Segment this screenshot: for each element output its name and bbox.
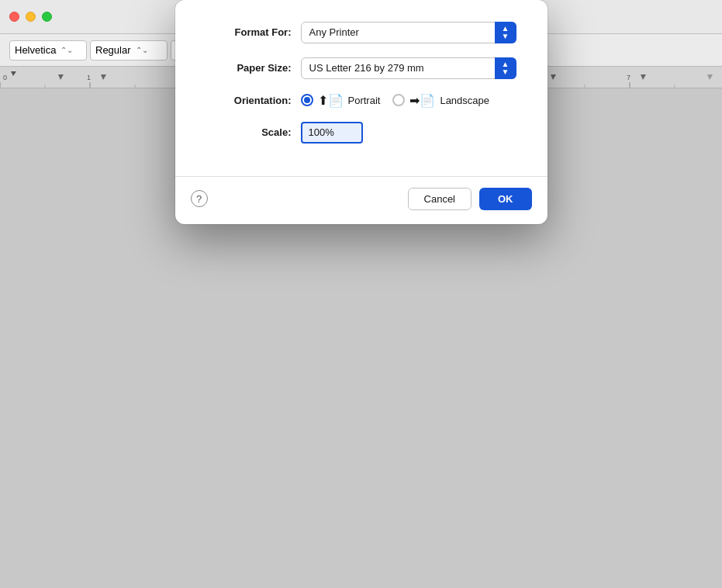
paper-size-row: Paper Size: US Letter 216 by 279 mm ▲▼ [206,57,516,79]
landscape-radio[interactable] [392,94,405,106]
minimize-button[interactable] [26,12,36,22]
format-for-control: Any Printer ▲▼ [301,22,516,43]
cancel-button[interactable]: Cancel [408,188,472,210]
landscape-label: Landscape [440,95,489,106]
portrait-radio[interactable] [301,94,313,106]
modal-footer: ? Cancel OK [175,177,548,224]
svg-text:7: 7 [627,74,630,81]
maximize-button[interactable] [42,12,52,22]
paper-size-label: Paper Size: [206,62,292,74]
svg-text:1: 1 [87,74,91,81]
format-for-row: Format For: Any Printer ▲▼ [206,22,516,43]
scale-label: Scale: [206,126,292,138]
ok-button[interactable]: OK [479,188,532,210]
help-button[interactable]: ? [191,190,208,207]
content-area: Format For: Any Printer ▲▼ Paper Size: [0,88,722,135]
orientation-row: Orientation: ⬆📄 Portrait ➡📄 Landscape [206,93,516,108]
portrait-label: Portrait [348,95,381,106]
format-for-label: Format For: [206,26,292,38]
orientation-options: ⬆📄 Portrait ➡📄 Landscape [301,93,490,108]
scale-input[interactable] [301,122,363,144]
scale-row: Scale: [206,122,516,144]
portrait-icon: ⬆📄 [318,93,344,108]
paper-size-select[interactable]: US Letter 216 by 279 mm [301,57,516,79]
landscape-icon: ➡📄 [409,93,435,108]
landscape-option[interactable]: ➡📄 Landscape [392,93,489,108]
paper-size-control: US Letter 216 by 279 mm ▲▼ [301,57,516,79]
close-button[interactable] [9,12,19,22]
modal-overlay: Format For: Any Printer ▲▼ Paper Size: [0,88,722,135]
orientation-label: Orientation: [206,95,292,106]
page-setup-dialog: Format For: Any Printer ▲▼ Paper Size: [175,0,548,224]
font-style-arrow: ⌃⌄ [136,46,148,54]
font-family-select[interactable]: Helvetica ⌃⌄ [9,40,87,61]
font-family-arrow: ⌃⌄ [60,46,73,54]
portrait-option[interactable]: ⬆📄 Portrait [301,93,381,108]
footer-actions: Cancel OK [408,188,532,210]
format-for-select[interactable]: Any Printer [301,22,516,43]
modal-body: Format For: Any Printer ▲▼ Paper Size: [175,0,548,173]
font-style-select[interactable]: Regular ⌃⌄ [90,40,168,61]
svg-text:0: 0 [3,74,7,81]
traffic-lights [9,12,52,22]
